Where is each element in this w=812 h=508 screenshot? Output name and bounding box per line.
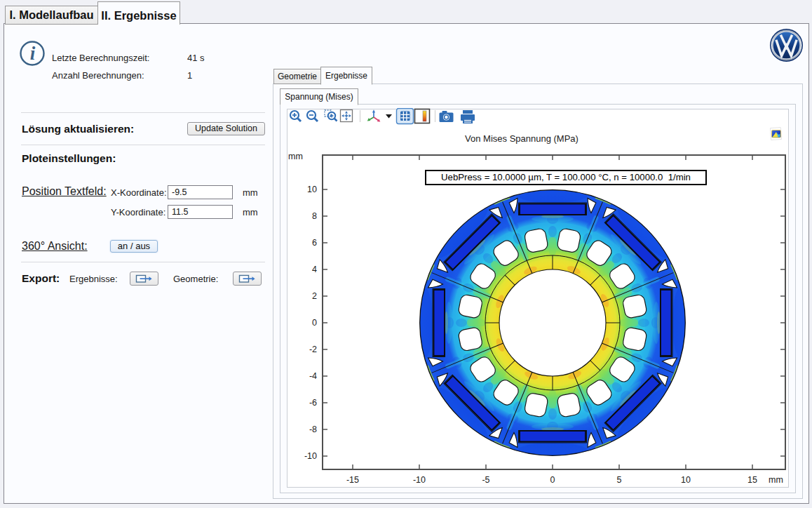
svg-text:i: i <box>30 43 36 64</box>
